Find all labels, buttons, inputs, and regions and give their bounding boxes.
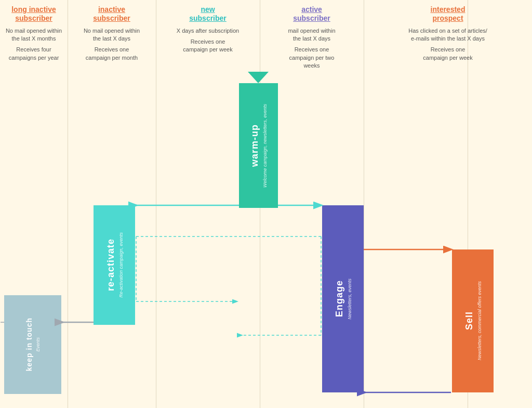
header-interested-desc2: Receives onecampaign per week xyxy=(368,46,528,62)
engage-block: Engage Newsletters, events xyxy=(322,205,364,392)
header-inactive-title: inactivesubscriber xyxy=(72,5,152,23)
warmup-sublabel: Welcome campaign, newsletters, events xyxy=(262,104,268,188)
sell-sublabel: Newsletters, commercial offers events xyxy=(477,281,482,360)
header-active-desc2: Receives onecampaign per twoweeks xyxy=(264,46,360,70)
page: long inactive subscriber No mail opened … xyxy=(0,0,532,408)
warmup-block: warm-up Welcome campaign, newsletters, e… xyxy=(239,83,278,208)
header-new-desc2: Receives onecampaign per week xyxy=(160,38,256,54)
header-new-desc1: X days after subscription xyxy=(160,27,256,35)
header-long-inactive-desc1: No mail opened withinthe last X months xyxy=(3,27,64,43)
header-new-title: newsubscriber xyxy=(160,5,256,23)
keepintouch-block: keep in touch Events xyxy=(4,295,61,394)
engage-sublabel: Newsletters, events xyxy=(347,279,352,320)
keepintouch-label: keep in touch xyxy=(25,318,33,371)
warmup-label: warm-up xyxy=(249,124,260,167)
vdiv-2 xyxy=(156,0,156,408)
header-long-inactive-title: long inactive subscriber xyxy=(3,5,64,23)
header-interested: interestedprospect Has clicked on a set … xyxy=(364,5,532,65)
header-new: newsubscriber X days after subscription … xyxy=(156,5,260,57)
header-active-desc1: mail opened withinthe last X days xyxy=(264,27,360,43)
sell-label: Sell xyxy=(464,311,475,330)
reactivate-sublabel: Re-activation campaign, events xyxy=(118,232,124,298)
header-interested-title: interestedprospect xyxy=(368,5,528,23)
header-inactive-desc2: Receives onecampaign per month xyxy=(72,46,152,62)
warmup-triangle xyxy=(248,72,269,83)
sell-block: Sell Newsletters, commercial offers even… xyxy=(452,249,494,392)
header-long-inactive-desc2: Receives fourcampaigns per year xyxy=(3,46,64,62)
keepintouch-sublabel: Events xyxy=(35,337,41,352)
header-interested-desc1: Has clicked on a set of articles/e-mails… xyxy=(368,27,528,43)
engage-label: Engage xyxy=(334,280,345,317)
reactivate-label: re-activate xyxy=(105,239,116,291)
header-active: activesubscriber mail opened withinthe l… xyxy=(260,5,364,73)
header-long-inactive: long inactive subscriber No mail opened … xyxy=(0,5,68,65)
header-inactive: inactivesubscriber No mail opened within… xyxy=(68,5,156,65)
header-inactive-desc1: No mail opened withinthe last X days xyxy=(72,27,152,43)
reactivate-block: re-activate Re-activation campaign, even… xyxy=(94,205,135,325)
header-active-title: activesubscriber xyxy=(264,5,360,23)
